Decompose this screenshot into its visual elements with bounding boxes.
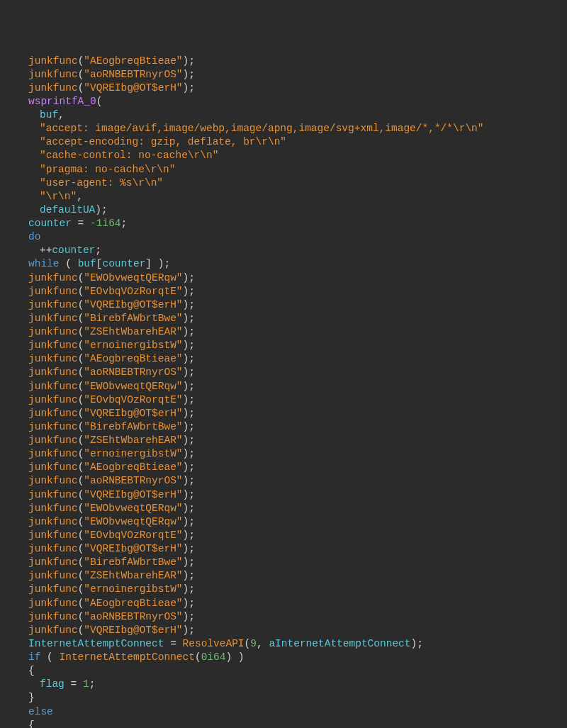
paren: ); bbox=[183, 69, 195, 80]
code-line[interactable]: junkfunc("BirebfAWbrtBwe"); bbox=[6, 420, 567, 434]
paren: ); bbox=[183, 313, 195, 324]
string-literal: "EOvbqVOzRorqtE" bbox=[84, 286, 182, 297]
code-line[interactable]: junkfunc("aoRNBEBTRnyrOS"); bbox=[6, 610, 567, 624]
code-line[interactable]: junkfunc("VQREIbg@OT$erH"); bbox=[6, 542, 567, 556]
code-line[interactable]: junkfunc("ernoinergibstW"); bbox=[6, 583, 567, 596]
code-line[interactable]: counter = -1i64; bbox=[6, 217, 567, 230]
code-line[interactable]: junkfunc("AEogbreqBtieae"); bbox=[6, 55, 567, 68]
kw-do: do bbox=[28, 231, 40, 242]
code-line[interactable]: do bbox=[6, 230, 567, 244]
code-line[interactable]: junkfunc("VQREIbg@OT$erH"); bbox=[6, 488, 567, 502]
paren: ); bbox=[183, 55, 195, 67]
code-line[interactable]: buf, bbox=[6, 108, 567, 122]
string-literal: "\r\n" bbox=[40, 191, 77, 202]
var-buf: buf bbox=[78, 258, 96, 269]
string-literal: "EOvbqVOzRorqtE" bbox=[84, 530, 182, 541]
code-line[interactable]: junkfunc("VQREIbg@OT$erH"); bbox=[6, 82, 567, 95]
paren: ); bbox=[183, 611, 195, 622]
paren: ); bbox=[183, 353, 195, 364]
string-literal: "pragma: no-cache\r\n" bbox=[40, 164, 175, 175]
paren: ); bbox=[183, 503, 195, 514]
code-line[interactable]: junkfunc("aoRNBEBTRnyrOS"); bbox=[6, 474, 567, 488]
fn-wsprintfA: wsprintfA_0 bbox=[28, 96, 96, 107]
semi: ; bbox=[121, 218, 128, 229]
code-line[interactable]: junkfunc("EOvbqVOzRorqtE"); bbox=[6, 285, 567, 298]
paren: ); bbox=[95, 204, 107, 215]
paren: ); bbox=[183, 489, 195, 500]
code-line[interactable]: } bbox=[6, 691, 567, 705]
code-line[interactable]: junkfunc("AEogbreqBtieae"); bbox=[6, 352, 567, 366]
code-line[interactable]: junkfunc("ernoinergibstW"); bbox=[6, 447, 567, 461]
paren: ); bbox=[411, 638, 423, 649]
code-line[interactable]: flag = 1; bbox=[6, 678, 567, 691]
op: = bbox=[72, 218, 90, 229]
fn-junkfunc: junkfunc bbox=[28, 394, 78, 405]
code-line[interactable]: "accept: image/avif,image/webp,image/apn… bbox=[6, 122, 567, 135]
fn-resolveapi: ResolveAPI bbox=[183, 638, 245, 649]
num: -1i64 bbox=[90, 218, 121, 229]
code-line[interactable]: wsprintfA_0( bbox=[6, 95, 567, 108]
paren: ); bbox=[183, 543, 195, 554]
string-literal: "accept: image/avif,image/webp,image/apn… bbox=[40, 123, 484, 134]
string-literal: "aoRNBEBTRnyrOS" bbox=[84, 475, 182, 486]
fn-junkfunc: junkfunc bbox=[28, 503, 78, 514]
code-line[interactable]: { bbox=[6, 664, 567, 678]
code-line[interactable]: junkfunc("EOvbqVOzRorqtE"); bbox=[6, 529, 567, 542]
fn-junkfunc: junkfunc bbox=[28, 435, 78, 446]
code-line[interactable]: junkfunc("EWObvweqtQERqw"); bbox=[6, 502, 567, 515]
var-aiac: aInternetAttemptConnect bbox=[269, 638, 410, 649]
code-line[interactable]: junkfunc("ZSEhtWbarehEAR"); bbox=[6, 569, 567, 583]
code-line[interactable]: { bbox=[6, 719, 567, 728]
string-literal: "ZSEhtWbarehEAR" bbox=[84, 570, 182, 581]
code-line[interactable]: "accept-encoding: gzip, deflate, br\r\n" bbox=[6, 135, 567, 149]
code-line[interactable]: junkfunc("VQREIbg@OT$erH"); bbox=[6, 624, 567, 637]
code-line[interactable]: junkfunc("AEogbreqBtieae"); bbox=[6, 597, 567, 610]
code-line[interactable]: junkfunc("BirebfAWbrtBwe"); bbox=[6, 556, 567, 569]
string-literal: "VQREIbg@OT$erH" bbox=[84, 408, 182, 419]
fn-junkfunc: junkfunc bbox=[28, 543, 78, 554]
fn-junkfunc: junkfunc bbox=[28, 55, 78, 67]
code-line[interactable]: "pragma: no-cache\r\n" bbox=[6, 163, 567, 177]
paren: ) ) bbox=[225, 651, 244, 663]
string-literal: "AEogbreqBtieae" bbox=[84, 55, 182, 67]
code-line[interactable]: defaultUA); bbox=[6, 203, 567, 217]
code-line[interactable]: junkfunc("AEogbreqBtieae"); bbox=[6, 461, 567, 474]
var-counter: counter bbox=[28, 218, 72, 229]
fn-junkfunc: junkfunc bbox=[28, 272, 78, 284]
code-line[interactable]: while ( buf[counter] ); bbox=[6, 257, 567, 271]
code-line[interactable]: "cache-control: no-cache\r\n" bbox=[6, 149, 567, 162]
code-line[interactable]: if ( InternetAttemptConnect(0i64) ) bbox=[6, 651, 567, 664]
semi: ; bbox=[95, 245, 101, 256]
code-line[interactable]: junkfunc("BirebfAWbrtBwe"); bbox=[6, 312, 567, 325]
code-line[interactable]: junkfunc("aoRNBEBTRnyrOS"); bbox=[6, 366, 567, 379]
string-literal: "EWObvweqtQERqw" bbox=[84, 272, 182, 284]
kw-while: while bbox=[28, 258, 60, 269]
string-literal: "ZSEhtWbarehEAR" bbox=[84, 326, 182, 337]
paren: ); bbox=[183, 408, 195, 419]
code-line[interactable]: junkfunc("aoRNBEBTRnyrOS"); bbox=[6, 68, 567, 82]
code-line[interactable]: else bbox=[6, 705, 567, 719]
code-line[interactable]: "user-agent: %s\r\n" bbox=[6, 177, 567, 190]
code-line[interactable]: junkfunc("EOvbqVOzRorqtE"); bbox=[6, 393, 567, 407]
code-line[interactable]: InternetAttemptConnect = ResolveAPI(9, a… bbox=[6, 637, 567, 651]
code-line[interactable]: junkfunc("EWObvweqtQERqw"); bbox=[6, 515, 567, 529]
code-line[interactable]: junkfunc("VQREIbg@OT$erH"); bbox=[6, 407, 567, 420]
code-view[interactable]: junkfunc("AEogbreqBtieae");junkfunc("aoR… bbox=[6, 55, 567, 729]
paren: ); bbox=[183, 272, 195, 284]
fn-junkfunc: junkfunc bbox=[28, 381, 78, 392]
code-line[interactable]: junkfunc("EWObvweqtQERqw"); bbox=[6, 271, 567, 285]
code-line[interactable]: junkfunc("VQREIbg@OT$erH"); bbox=[6, 298, 567, 312]
paren: ); bbox=[183, 516, 195, 527]
code-line[interactable]: junkfunc("ZSEhtWbarehEAR"); bbox=[6, 325, 567, 339]
fn-junkfunc: junkfunc bbox=[28, 366, 78, 378]
paren: ); bbox=[183, 340, 195, 351]
string-literal: "AEogbreqBtieae" bbox=[84, 461, 182, 473]
var-iac: InternetAttemptConnect bbox=[28, 638, 164, 649]
code-line[interactable]: junkfunc("ZSEhtWbarehEAR"); bbox=[6, 434, 567, 447]
bracket: ] ); bbox=[145, 258, 170, 269]
code-line[interactable]: "\r\n", bbox=[6, 190, 567, 203]
string-literal: "EOvbqVOzRorqtE" bbox=[84, 394, 182, 405]
code-line[interactable]: junkfunc("EWObvweqtQERqw"); bbox=[6, 380, 567, 393]
code-line[interactable]: ++counter; bbox=[6, 244, 567, 257]
code-line[interactable]: junkfunc("ernoinergibstW"); bbox=[6, 339, 567, 352]
